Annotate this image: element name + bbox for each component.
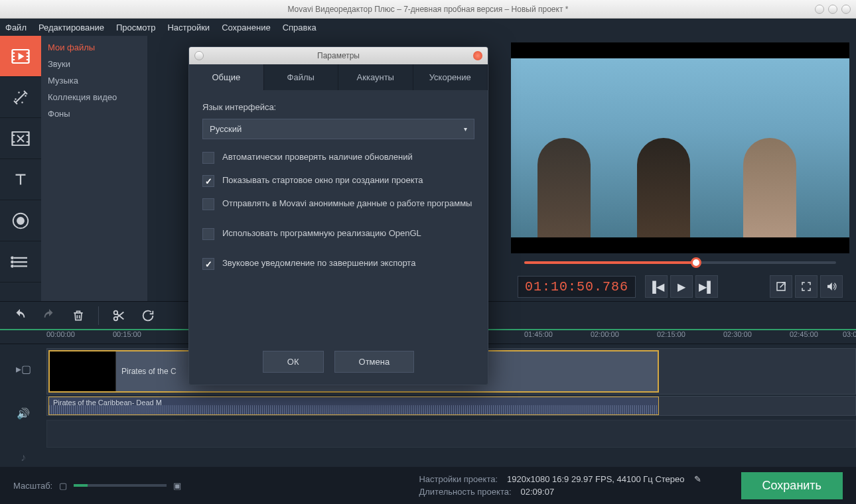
preview-panel: 01:10:50.786 ▐◀ ▶ ▶▌ bbox=[504, 36, 856, 301]
extra-track[interactable] bbox=[46, 420, 856, 448]
proj-settings-value: 1920x1080 16:9 29.97 FPS, 44100 Гц Стере… bbox=[507, 474, 685, 484]
svg-point-2 bbox=[18, 92, 20, 94]
svg-point-4 bbox=[21, 101, 23, 103]
checkbox-start-window[interactable] bbox=[202, 175, 214, 187]
option-anon-data: Отправлять в Movavi анонимные данные о р… bbox=[202, 198, 474, 210]
timecode-display: 01:10:50.786 bbox=[518, 276, 636, 298]
cut-button[interactable] bbox=[107, 304, 131, 328]
redo-button[interactable] bbox=[37, 304, 61, 328]
window-title: Movavi Видеоредактор Плюс – 7-дневная пр… bbox=[288, 5, 569, 14]
zoom-out-icon[interactable]: ▢ bbox=[59, 481, 67, 491]
dialog-icon bbox=[194, 51, 204, 60]
play-button[interactable]: ▶ bbox=[670, 275, 693, 298]
checkbox-sound-notify[interactable] bbox=[202, 258, 214, 270]
import-music[interactable]: Музыка bbox=[48, 74, 141, 87]
close-window-button[interactable] bbox=[841, 5, 851, 14]
dialog-titlebar[interactable]: Параметры bbox=[189, 47, 488, 64]
ruler-tick: 02:45:00 bbox=[790, 330, 818, 338]
prev-button[interactable]: ▐◀ bbox=[645, 275, 668, 298]
dialog-title: Параметры bbox=[317, 51, 360, 60]
preview-video[interactable] bbox=[511, 42, 849, 253]
minimize-button[interactable] bbox=[815, 5, 824, 14]
label-sound-notify: Звуковое уведомление по завершении экспо… bbox=[222, 257, 415, 269]
fullscreen-button[interactable] bbox=[795, 275, 818, 298]
undo-button[interactable] bbox=[8, 304, 32, 328]
menu-file[interactable]: Файл bbox=[5, 23, 27, 32]
edit-settings-icon[interactable]: ✎ bbox=[694, 474, 701, 484]
audio-track[interactable]: Pirates of the Caribbean- Dead M bbox=[46, 396, 856, 416]
label-anon-data: Отправлять в Movavi анонимные данные о р… bbox=[222, 198, 472, 210]
save-button[interactable]: Сохранить bbox=[741, 472, 843, 499]
volume-button[interactable] bbox=[820, 275, 843, 298]
seek-thumb[interactable] bbox=[691, 257, 701, 268]
zoom-in-icon[interactable]: ▣ bbox=[173, 481, 181, 491]
dialog-body: Язык интерфейса: Русский Автоматически п… bbox=[189, 90, 488, 292]
language-select[interactable]: Русский bbox=[202, 119, 474, 139]
music-track-icon[interactable]: ♪ bbox=[21, 452, 26, 464]
menu-edit[interactable]: Редактирование bbox=[38, 23, 104, 32]
clip-thumbnail bbox=[50, 351, 116, 391]
import-my-files[interactable]: Мои файлы bbox=[48, 41, 141, 54]
side-more-icon[interactable] bbox=[0, 241, 41, 283]
project-info: Настройки проекта: 1920x1080 16:9 29.97 … bbox=[419, 474, 701, 497]
import-panel: Мои файлы Звуки Музыка Коллекция видео Ф… bbox=[41, 36, 147, 301]
audio-clip[interactable]: Pirates of the Caribbean- Dead M bbox=[48, 397, 659, 415]
svg-point-1 bbox=[25, 95, 27, 97]
window-controls bbox=[815, 5, 851, 14]
side-filters-icon[interactable] bbox=[0, 77, 41, 118]
option-start-window: Показывать стартовое окно при создании п… bbox=[202, 174, 474, 187]
detach-preview-button[interactable] bbox=[770, 275, 792, 298]
ok-button[interactable]: ОК bbox=[263, 351, 324, 373]
option-sound-notify: Звуковое уведомление по завершении экспо… bbox=[202, 257, 474, 270]
audio-track-icon[interactable]: 🔊 bbox=[17, 407, 30, 420]
tab-accounts[interactable]: Аккаунты bbox=[338, 64, 413, 90]
menu-view[interactable]: Просмотр bbox=[116, 23, 155, 32]
label-start-window: Показывать стартовое окно при создании п… bbox=[222, 174, 423, 186]
svg-point-3 bbox=[15, 98, 17, 100]
checkbox-opengl[interactable] bbox=[202, 228, 214, 240]
dialog-close-button[interactable] bbox=[473, 51, 482, 60]
ruler-tick: 00:00:00 bbox=[46, 330, 75, 338]
label-opengl: Использовать программную реализацию Open… bbox=[222, 227, 421, 239]
video-track-icon[interactable]: ▸▢ bbox=[16, 363, 31, 375]
tab-general[interactable]: Общие bbox=[189, 64, 264, 90]
delete-button[interactable] bbox=[66, 304, 90, 328]
checkbox-anon-data[interactable] bbox=[202, 198, 214, 210]
option-auto-update: Автоматически проверять наличие обновлен… bbox=[202, 151, 474, 164]
ruler-tick: 02:15:00 bbox=[657, 330, 685, 338]
menu-save[interactable]: Сохранение bbox=[222, 23, 271, 32]
proj-settings-label: Настройки проекта: bbox=[419, 474, 498, 484]
dialog-footer: ОК Отмена bbox=[189, 339, 488, 385]
menu-settings[interactable]: Настройки bbox=[167, 23, 210, 32]
side-transitions-icon[interactable] bbox=[0, 118, 41, 159]
seek-bar[interactable] bbox=[511, 253, 849, 272]
label-auto-update: Автоматически проверять наличие обновлен… bbox=[222, 151, 413, 163]
import-video-collection[interactable]: Коллекция видео bbox=[48, 91, 141, 103]
ruler-tick: 03:0 bbox=[843, 330, 856, 338]
option-opengl: Использовать программную реализацию Open… bbox=[202, 227, 474, 240]
menu-help[interactable]: Справка bbox=[283, 23, 317, 32]
zoom-label: Масштаб: bbox=[13, 481, 52, 491]
tab-files[interactable]: Файлы bbox=[264, 64, 339, 90]
svg-point-8 bbox=[11, 257, 13, 259]
next-button[interactable]: ▶▌ bbox=[695, 275, 718, 298]
cancel-button[interactable]: Отмена bbox=[334, 351, 415, 373]
titlebar: Movavi Видеоредактор Плюс – 7-дневная пр… bbox=[0, 0, 856, 19]
rotate-button[interactable] bbox=[136, 304, 160, 328]
zoom-slider[interactable] bbox=[74, 484, 167, 487]
maximize-button[interactable] bbox=[828, 5, 837, 14]
statusbar: Масштаб: ▢ ▣ Настройки проекта: 1920x108… bbox=[0, 467, 856, 504]
duration-label: Длительность проекта: bbox=[419, 487, 511, 497]
tab-acceleration[interactable]: Ускорение bbox=[413, 64, 488, 90]
ruler-tick: 01:45:00 bbox=[524, 330, 553, 338]
ruler-tick: 02:30:00 bbox=[723, 330, 752, 338]
ruler-tick: 00:15:00 bbox=[113, 330, 141, 338]
import-backgrounds[interactable]: Фоны bbox=[48, 107, 141, 120]
side-stickers-icon[interactable] bbox=[0, 200, 41, 241]
side-media-icon[interactable] bbox=[0, 36, 41, 77]
checkbox-auto-update[interactable] bbox=[202, 152, 214, 164]
import-sounds[interactable]: Звуки bbox=[48, 58, 141, 70]
duration-value: 02:09:07 bbox=[521, 487, 555, 497]
side-titles-icon[interactable] bbox=[0, 159, 41, 200]
preferences-dialog: Параметры Общие Файлы Аккаунты Ускорение… bbox=[188, 46, 488, 385]
